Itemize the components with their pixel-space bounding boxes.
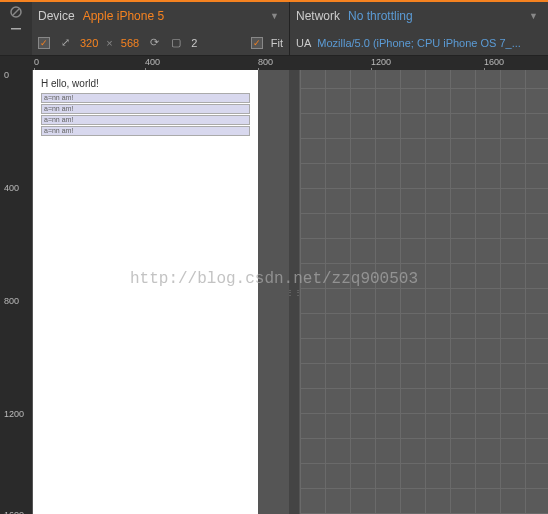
dim-separator: × bbox=[106, 37, 112, 49]
page-heading: H ello, world! bbox=[41, 78, 250, 89]
chevron-down-icon: ▼ bbox=[270, 11, 279, 21]
fit-checkbox[interactable]: ✓ bbox=[251, 37, 263, 49]
fit-label: Fit bbox=[271, 37, 283, 49]
horizontal-ruler: 0 400 800 1200 1600 bbox=[32, 56, 548, 70]
list-item: a=nn am! bbox=[41, 115, 250, 125]
svg-line-1 bbox=[13, 9, 19, 15]
rotate-icon[interactable]: ⤢ bbox=[58, 36, 72, 49]
ruler-tick: 400 bbox=[4, 183, 19, 193]
list-item: a=nn am! bbox=[41, 126, 250, 136]
ruler-tick: 800 bbox=[4, 296, 19, 306]
ruler-corner bbox=[0, 56, 32, 70]
ua-value[interactable]: Mozilla/5.0 (iPhone; CPU iPhone OS 7_... bbox=[317, 37, 521, 49]
ruler-tick: 800 bbox=[258, 57, 273, 67]
device-selected: Apple iPhone 5 bbox=[83, 9, 164, 23]
height-value[interactable]: 568 bbox=[121, 37, 139, 49]
grid-area bbox=[300, 70, 548, 514]
splitter-handle[interactable]: ⋮⋮ bbox=[289, 70, 299, 514]
ruler-tick: 1200 bbox=[4, 409, 24, 419]
ua-label: UA bbox=[296, 37, 311, 49]
network-dropdown[interactable]: No throttling ▼ bbox=[348, 9, 542, 23]
ruler-tick: 0 bbox=[34, 57, 39, 67]
chevron-down-icon: ▼ bbox=[529, 11, 538, 21]
dpr-icon: ▢ bbox=[169, 36, 183, 49]
list-item: a=nn am! bbox=[41, 93, 250, 103]
ruler-tick: 1600 bbox=[484, 57, 504, 67]
refresh-icon[interactable]: ⟳ bbox=[147, 36, 161, 49]
device-label: Device bbox=[38, 9, 75, 23]
vertical-ruler: 0 400 800 1200 1600 bbox=[0, 70, 32, 514]
ruler-tick: 1200 bbox=[371, 57, 391, 67]
network-selected: No throttling bbox=[348, 9, 413, 23]
width-value[interactable]: 320 bbox=[80, 37, 98, 49]
device-dropdown[interactable]: Apple iPhone 5 ▼ bbox=[83, 9, 283, 23]
network-label: Network bbox=[296, 9, 340, 23]
list-item: a=nn am! bbox=[41, 104, 250, 114]
cancel-icon[interactable] bbox=[9, 6, 23, 18]
ruler-tick: 400 bbox=[145, 57, 160, 67]
ruler-tick: 0 bbox=[4, 70, 9, 80]
ruler-tick: 1600 bbox=[4, 510, 24, 514]
emulated-page[interactable]: H ello, world! a=nn am! a=nn am! a=nn am… bbox=[33, 70, 258, 514]
emulate-checkbox[interactable]: ✓ bbox=[38, 37, 50, 49]
dpr-value[interactable]: 2 bbox=[191, 37, 197, 49]
